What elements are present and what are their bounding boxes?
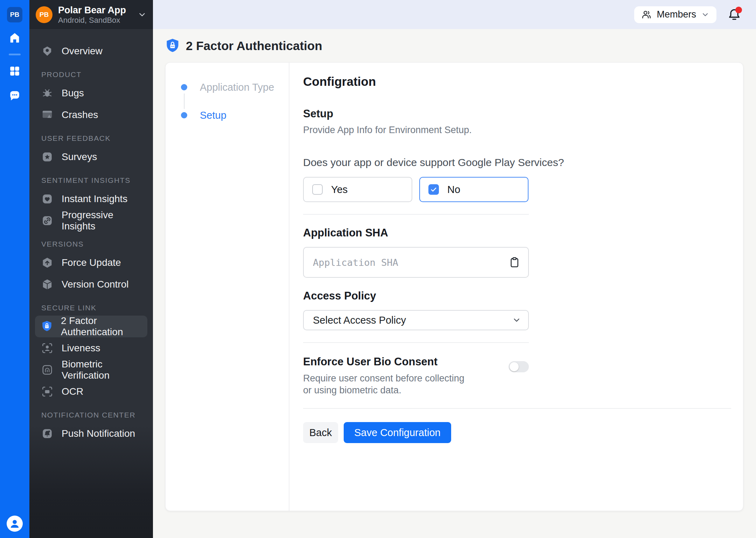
section-divider <box>303 342 529 343</box>
section-label-versions: VERSIONS <box>41 240 146 248</box>
person-icon <box>9 518 21 530</box>
application-sha-heading: Application SHA <box>303 227 731 239</box>
home-icon[interactable] <box>8 32 21 44</box>
members-button[interactable]: Members <box>634 6 716 23</box>
section-label-notification-center: NOTIFICATION CENTER <box>41 411 146 419</box>
instant-insights-icon <box>41 193 53 205</box>
sidebar-item-force-update[interactable]: Force Update <box>35 252 147 274</box>
check-icon <box>430 186 437 193</box>
page-header: 2 Factor Authentication <box>153 29 756 54</box>
sidebar-item-two-factor-authentication[interactable]: 2 Factor Authentication <box>35 316 147 337</box>
crashes-icon <box>41 109 53 121</box>
clipboard-icon[interactable] <box>509 256 520 268</box>
sidebar-item-push-notification[interactable]: Push Notification <box>35 423 147 444</box>
page-title: 2 Factor Authentication <box>186 39 322 53</box>
application-sha-input[interactable] <box>304 248 509 277</box>
bio-consent-section: Enforce User Bio Consent Require user co… <box>303 356 529 396</box>
sidebar-item-ocr[interactable]: OCR <box>35 381 147 402</box>
main-content: 2 Factor Authentication Application Type… <box>153 29 756 538</box>
section-label-sentiment-insights: SENTIMENT INSIGHTS <box>41 176 146 185</box>
back-button[interactable]: Back <box>303 422 338 443</box>
topbar: Members <box>153 0 756 29</box>
sidebar-item-progressive-insights[interactable]: Progressive Insights <box>35 210 147 232</box>
checkbox-checked[interactable] <box>428 184 439 195</box>
surveys-icon <box>41 151 53 163</box>
step-dot <box>181 84 187 90</box>
sidebar-item-version-control[interactable]: Version Control <box>35 274 147 295</box>
footer-divider <box>303 408 731 409</box>
icon-rail: PB <box>0 0 29 538</box>
gps-options: Yes No <box>303 177 731 202</box>
notification-dot <box>735 7 742 13</box>
sidebar-item-overview[interactable]: Overview <box>35 40 147 62</box>
user-avatar[interactable] <box>7 516 23 532</box>
chevron-down-icon <box>701 11 709 19</box>
section-label-user-feedback: USER FEEDBACK <box>41 134 146 143</box>
ocr-icon <box>41 386 53 398</box>
gps-option-yes[interactable]: Yes <box>303 177 412 202</box>
app-avatar: PB <box>36 6 52 23</box>
push-notification-icon <box>41 428 53 440</box>
sidebar-item-surveys[interactable]: Surveys <box>35 146 147 168</box>
access-policy-heading: Access Policy <box>303 290 731 302</box>
bio-consent-description: Require user consent before collecting o… <box>303 372 471 396</box>
sidebar-item-biometric-verification[interactable]: Biometric Verification <box>35 359 147 381</box>
configuration-card: Application Type Setup Configration Setu… <box>165 62 743 511</box>
gps-question: Does your app or device support Google P… <box>303 157 731 168</box>
notifications-button[interactable] <box>728 8 741 21</box>
section-label-product: PRODUCT <box>41 70 146 79</box>
members-icon <box>641 9 652 20</box>
sidebar-item-crashes[interactable]: Crashes <box>35 104 147 126</box>
app-switcher[interactable]: PB Polar Bear App Android, SandBox <box>29 0 153 29</box>
sidebar-nav: Overview PRODUCT Bugs Crashes USER FEEDB… <box>29 29 153 444</box>
chevron-down-icon <box>512 316 521 325</box>
setup-section-title: Setup <box>303 108 731 120</box>
force-update-icon <box>41 257 53 269</box>
sidebar-item-instant-insights[interactable]: Instant Insights <box>35 188 147 210</box>
app-screen: PB PB Polar Bear App Android, SandBox Ov… <box>0 0 756 538</box>
checkbox-unchecked[interactable] <box>312 184 323 195</box>
rail-divider <box>9 54 21 55</box>
sidebar-item-liveness[interactable]: Liveness <box>35 337 147 359</box>
form-actions: Back Save Configuration <box>303 422 731 443</box>
sidebar-item-bugs[interactable]: Bugs <box>35 82 147 104</box>
overview-icon <box>41 45 53 57</box>
progressive-insights-icon <box>41 215 53 227</box>
gps-option-no[interactable]: No <box>419 177 528 202</box>
step-application-type[interactable]: Application Type <box>181 82 289 92</box>
section-divider <box>303 214 529 215</box>
two-factor-shield-icon <box>166 38 180 54</box>
version-control-icon <box>41 278 53 290</box>
bug-icon <box>41 87 53 99</box>
workspace-badge[interactable]: PB <box>7 7 22 22</box>
step-dot <box>181 112 187 118</box>
app-name: Polar Bear App <box>58 5 126 16</box>
section-label-secure-link: SECURE LINK <box>41 304 146 312</box>
shield-lock-icon <box>41 320 52 332</box>
sidebar: PB Polar Bear App Android, SandBox Overv… <box>29 0 153 538</box>
configuration-heading: Configration <box>303 75 731 89</box>
save-configuration-button[interactable]: Save Configuration <box>344 422 451 443</box>
app-platform-env: Android, SandBox <box>58 16 126 25</box>
setup-section-description: Provide App Info for Environment Setup. <box>303 125 731 136</box>
configuration-form: Configration Setup Provide App Info for … <box>289 63 744 511</box>
members-label: Members <box>657 9 696 20</box>
chevron-down-icon <box>138 10 147 19</box>
biometric-icon <box>41 364 53 376</box>
step-setup[interactable]: Setup <box>181 110 289 120</box>
bio-consent-toggle[interactable] <box>509 361 529 372</box>
wizard-stepper: Application Type Setup <box>166 63 289 511</box>
apps-grid-icon[interactable] <box>9 65 21 77</box>
application-sha-field <box>303 247 529 278</box>
access-policy-select[interactable]: Select Access Policy <box>303 310 529 330</box>
step-connector <box>184 94 185 109</box>
chat-icon[interactable] <box>9 90 21 102</box>
toggle-knob <box>510 362 519 371</box>
bio-consent-heading: Enforce User Bio Consent <box>303 356 471 368</box>
liveness-icon <box>41 342 53 354</box>
